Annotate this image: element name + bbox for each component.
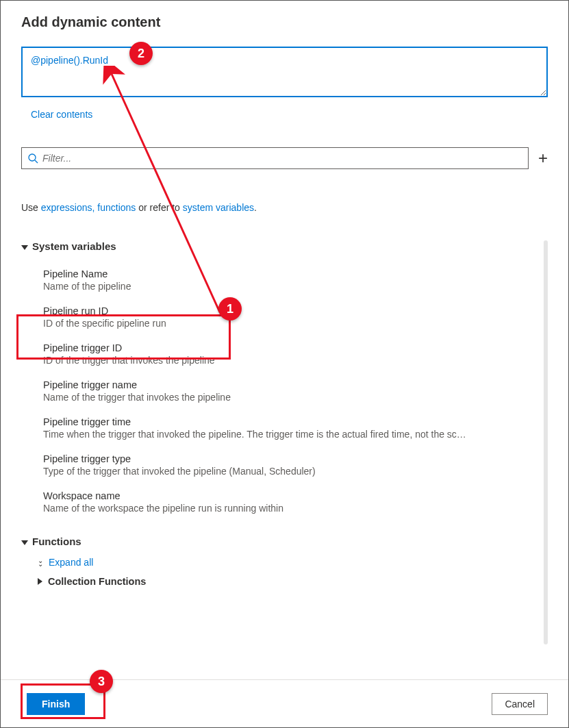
sysvar-desc: Time when the trigger that invoked the p…	[43, 429, 536, 440]
finish-button[interactable]: Finish	[27, 693, 85, 715]
filter-input[interactable]	[42, 153, 522, 164]
functions-header[interactable]: Functions	[21, 536, 548, 547]
svg-line-1	[35, 160, 38, 163]
sysvar-desc: Name of the pipeline	[43, 281, 536, 292]
functions-label: Functions	[32, 536, 81, 547]
sysvar-name: Pipeline run ID	[43, 305, 548, 316]
help-suffix: .	[254, 202, 257, 213]
sysvar-desc: ID of the specific pipeline run	[43, 318, 536, 329]
sysvar-desc: ID of the trigger that invokes the pipel…	[43, 355, 536, 366]
collection-functions-header[interactable]: Collection Functions	[21, 576, 548, 587]
sysvar-desc: Name of the workspace the pipeline run i…	[43, 503, 536, 514]
collection-functions-label: Collection Functions	[48, 576, 146, 587]
add-icon[interactable]: +	[538, 150, 548, 166]
sysvar-pipeline-trigger-time[interactable]: Pipeline trigger time Time when the trig…	[21, 410, 548, 447]
expand-all-label: Expand all	[49, 557, 93, 568]
help-mid: or refer to	[136, 202, 182, 213]
expressions-functions-link[interactable]: expressions, functions	[41, 202, 136, 213]
scrollbar[interactable]	[544, 240, 548, 644]
sysvar-pipeline-trigger-id[interactable]: Pipeline trigger ID ID of the trigger th…	[21, 336, 548, 373]
callout-2: 2	[129, 42, 153, 65]
sysvar-pipeline-trigger-type[interactable]: Pipeline trigger type Type of the trigge…	[21, 447, 548, 484]
sysvar-desc: Type of the trigger that invoked the pip…	[43, 466, 536, 477]
sysvar-pipeline-run-id[interactable]: Pipeline run ID ID of the specific pipel…	[21, 299, 548, 336]
search-icon	[27, 153, 38, 164]
sysvar-name: Workspace name	[43, 490, 548, 501]
sysvar-name: Pipeline trigger name	[43, 379, 548, 390]
collapse-icon	[21, 240, 28, 252]
sysvar-pipeline-trigger-name[interactable]: Pipeline trigger name Name of the trigge…	[21, 373, 548, 410]
sysvar-workspace-name[interactable]: Workspace name Name of the workspace the…	[21, 484, 548, 520]
help-text: Use expressions, functions or refer to s…	[21, 202, 548, 213]
system-variables-header[interactable]: System variables	[21, 240, 548, 252]
filter-box[interactable]	[21, 147, 529, 169]
clear-contents-link[interactable]: Clear contents	[31, 109, 92, 120]
sysvar-desc: Name of the trigger that invokes the pip…	[43, 392, 536, 403]
expand-icon	[38, 576, 42, 587]
sysvar-pipeline-name[interactable]: Pipeline Name Name of the pipeline	[21, 262, 548, 299]
panel-title: Add dynamic content	[21, 14, 548, 30]
system-variables-link[interactable]: system variables	[183, 202, 254, 213]
sysvar-name: Pipeline trigger ID	[43, 342, 548, 353]
expression-input[interactable]	[21, 47, 548, 97]
expand-all-link[interactable]: ⌄⌄ Expand all	[21, 557, 548, 568]
svg-point-0	[29, 154, 36, 161]
chevron-double-down-icon: ⌄⌄	[38, 559, 43, 566]
help-prefix: Use	[21, 202, 41, 213]
callout-1: 1	[218, 297, 242, 321]
cancel-button[interactable]: Cancel	[492, 693, 548, 715]
collapse-icon	[21, 536, 28, 547]
callout-3: 3	[90, 670, 113, 693]
sysvar-name: Pipeline trigger type	[43, 453, 548, 464]
sysvar-name: Pipeline trigger time	[43, 416, 548, 427]
system-variables-label: System variables	[32, 240, 116, 252]
sysvar-name: Pipeline Name	[43, 268, 548, 279]
